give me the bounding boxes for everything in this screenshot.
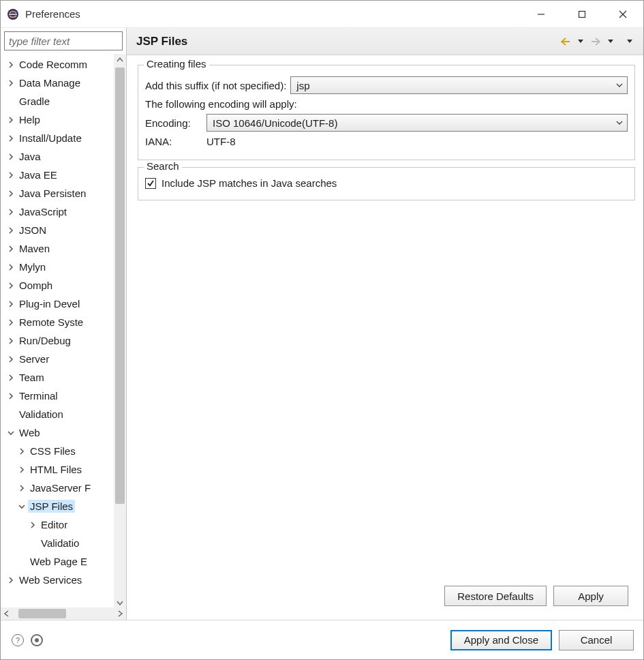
tree-item[interactable]: Code Recomm <box>6 55 114 74</box>
tree-item[interactable]: Java <box>6 147 114 166</box>
tree-item[interactable]: Server <box>6 350 114 368</box>
tree-expand-icon[interactable] <box>6 189 16 198</box>
tree-item[interactable]: Install/Update <box>6 129 114 147</box>
titlebar: Preferences <box>1 1 643 28</box>
tree-expand-icon[interactable] <box>6 336 16 346</box>
tree-item[interactable]: CSS Files <box>6 442 114 460</box>
tree-item[interactable]: HTML Files <box>6 460 114 479</box>
tree-scrollbar-horizontal[interactable] <box>1 608 126 620</box>
encoding-combo[interactable]: ISO 10646/Unicode(UTF-8) <box>206 114 628 132</box>
scroll-thumb-vertical[interactable] <box>115 68 125 504</box>
include-jsp-checkbox[interactable] <box>145 178 156 189</box>
tree-item[interactable]: Validation <box>6 405 114 423</box>
tree-expand-icon[interactable] <box>6 299 16 309</box>
tree-expand-icon[interactable] <box>6 262 16 272</box>
tree-expand-icon[interactable] <box>6 152 16 162</box>
minimize-button[interactable] <box>521 1 562 28</box>
tree-expand-icon[interactable] <box>6 318 16 327</box>
tree-item[interactable]: Data Manage <box>6 74 114 92</box>
tree-item[interactable]: Run/Debug <box>6 331 114 350</box>
tree-expand-icon[interactable] <box>6 207 16 217</box>
tree-expand-icon[interactable] <box>6 575 16 585</box>
tree-item-label: Team <box>17 371 46 384</box>
maximize-button[interactable] <box>562 1 602 28</box>
close-button[interactable] <box>602 1 643 28</box>
nav-forward-icon[interactable] <box>590 36 601 47</box>
footer: ? Apply and Close Cancel <box>1 620 643 659</box>
tree-item[interactable]: Java EE <box>6 166 114 184</box>
tree-item[interactable]: Web Page E <box>6 552 114 571</box>
filter-input[interactable] <box>4 31 123 50</box>
tree-expand-icon[interactable] <box>6 115 16 125</box>
body: Code RecommData ManageGradleHelpInstall/… <box>1 28 643 620</box>
tree-item-label: CSS Files <box>28 445 78 457</box>
tree-item-label: Code Recomm <box>17 58 89 71</box>
scroll-down-icon[interactable] <box>115 598 125 608</box>
tree-expand-icon[interactable] <box>17 447 27 456</box>
tree-expand-icon[interactable] <box>17 483 27 493</box>
tree-item-label: Java Persisten <box>17 187 88 200</box>
tree-expand-icon[interactable] <box>6 170 16 180</box>
tree-item[interactable]: Plug-in Devel <box>6 295 114 313</box>
tree-item-label: Server <box>17 352 51 365</box>
suffix-combo[interactable]: jsp <box>290 76 628 94</box>
scroll-left-icon[interactable] <box>2 609 12 618</box>
tree-expand-icon[interactable] <box>6 134 16 143</box>
apply-button[interactable]: Apply <box>553 586 628 606</box>
content-body: Creating files Add this suffix (if not s… <box>127 55 643 620</box>
tree-item[interactable]: Mylyn <box>6 258 114 276</box>
tree-item-label: JSP Files <box>28 500 75 513</box>
scroll-thumb-horizontal[interactable] <box>18 609 66 618</box>
page-button-row: Restore Defaults Apply <box>138 582 635 613</box>
import-export-icon[interactable] <box>31 634 43 646</box>
tree-item-label: Web Page E <box>28 555 89 568</box>
tree-item[interactable]: Oomph <box>6 276 114 295</box>
tree-expand-icon[interactable] <box>6 78 16 88</box>
scroll-right-icon[interactable] <box>115 609 125 618</box>
tree-expand-icon[interactable] <box>6 60 16 70</box>
restore-defaults-button[interactable]: Restore Defaults <box>444 586 547 606</box>
tree-item-label: JSON <box>17 224 48 237</box>
tree-item[interactable]: Gradle <box>6 92 114 110</box>
tree-item[interactable]: Validatio <box>6 534 114 552</box>
tree-item[interactable]: JSP Files <box>6 497 114 515</box>
tree-collapse-icon[interactable] <box>6 428 16 438</box>
tree-item[interactable]: JavaServer F <box>6 479 114 497</box>
tree-item[interactable]: Java Persisten <box>6 184 114 202</box>
tree-item[interactable]: Web <box>6 423 114 442</box>
tree-item-label: Java <box>17 150 43 163</box>
nav-back-icon[interactable] <box>560 36 571 47</box>
apply-and-close-button[interactable]: Apply and Close <box>450 630 552 650</box>
tree-item[interactable]: JavaScript <box>6 202 114 221</box>
tree-scrollbar-vertical[interactable] <box>114 54 126 608</box>
tree-expand-icon[interactable] <box>28 520 37 530</box>
preference-tree[interactable]: Code RecommData ManageGradleHelpInstall/… <box>1 54 114 608</box>
tree-item[interactable]: Web Services <box>6 571 114 589</box>
tree-item[interactable]: Terminal <box>6 387 114 405</box>
tree-item[interactable]: JSON <box>6 221 114 239</box>
tree-expand-icon[interactable] <box>6 244 16 254</box>
help-icon[interactable]: ? <box>12 634 24 646</box>
tree-item[interactable]: Editor <box>6 515 114 534</box>
nav-forward-menu-icon[interactable] <box>605 36 616 47</box>
tree-item[interactable]: Maven <box>6 239 114 258</box>
cancel-button[interactable]: Cancel <box>559 630 634 650</box>
nav-back-menu-icon[interactable] <box>575 36 586 47</box>
tree-item[interactable]: Help <box>6 110 114 129</box>
tree-item-label: Data Manage <box>17 76 82 89</box>
tree-expand-icon <box>6 410 16 419</box>
tree-expand-icon[interactable] <box>6 373 16 382</box>
tree-item-label: Mylyn <box>17 260 48 273</box>
tree-expand-icon[interactable] <box>6 355 16 364</box>
view-menu-icon[interactable] <box>624 36 635 47</box>
tree-expand-icon[interactable] <box>6 391 16 401</box>
tree-item-label: Web <box>17 426 42 439</box>
tree-expand-icon[interactable] <box>17 465 27 475</box>
tree-item[interactable]: Team <box>6 368 114 387</box>
tree-item[interactable]: Remote Syste <box>6 313 114 331</box>
tree-item-label: Java EE <box>17 168 59 181</box>
scroll-up-icon[interactable] <box>115 55 125 65</box>
tree-expand-icon[interactable] <box>6 226 16 235</box>
tree-expand-icon[interactable] <box>6 281 16 290</box>
tree-collapse-icon[interactable] <box>17 502 27 511</box>
